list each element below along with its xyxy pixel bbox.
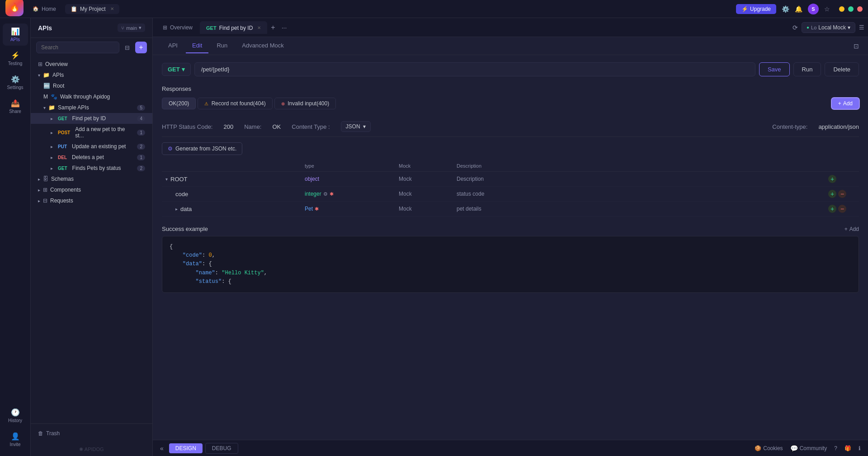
collapse-panel-button[interactable]: « — [160, 445, 164, 452]
content-type-selector[interactable]: JSON ▾ — [341, 121, 371, 132]
add-code-field-button[interactable]: + — [828, 190, 836, 198]
add-root-field-button[interactable]: + — [828, 175, 836, 183]
field-data-name: ▸ data — [165, 206, 301, 212]
data-chevron-icon[interactable]: ▸ — [175, 207, 178, 212]
delete-button[interactable]: Delete — [825, 62, 859, 76]
design-mode-button[interactable]: DESIGN — [169, 443, 203, 453]
sidebar-item-share[interactable]: 📤 Share — [3, 95, 28, 118]
resp-tab-404[interactable]: ⚠ Record not found(404) — [198, 98, 272, 109]
sidebar-item-invite[interactable]: 👤 Invite — [3, 428, 28, 451]
tree-endpoint-2[interactable]: ▸ PUT Update an existing pet 2 — [31, 141, 152, 152]
user-avatar[interactable]: S — [808, 4, 819, 14]
sidebar-item-apis[interactable]: 📊 APIs — [3, 24, 28, 46]
add-response-button[interactable]: + Add — [832, 98, 859, 109]
filter-button[interactable]: ⊟ — [122, 42, 132, 53]
sidebar-item-settings[interactable]: ⚙️ Settings — [3, 71, 28, 94]
tab-edit[interactable]: Edit — [186, 38, 208, 53]
local-text: Lo — [811, 25, 816, 30]
info-link[interactable]: ℹ — [859, 445, 861, 451]
tab-overview[interactable]: ⊞ Overview — [156, 22, 199, 33]
menu-icon[interactable]: ☰ — [859, 24, 864, 31]
tree-endpoint-1[interactable]: ▸ POST Add a new pet to the st... 1 — [31, 124, 152, 141]
bottom-left: « DESIGN DEBUG — [160, 443, 238, 454]
add-example-button[interactable]: + Add — [844, 226, 859, 232]
resp-tab-400[interactable]: ⊗ Invalid input(400) — [274, 98, 336, 109]
http-status-code-label: HTTP Status Code: — [162, 123, 212, 130]
tree-schemas[interactable]: ▸ 🗄 Schemas — [31, 174, 152, 184]
tab-advanced-mock[interactable]: Advanced Mock — [236, 38, 290, 53]
more-tabs-button[interactable]: ··· — [279, 24, 290, 31]
sidebar-item-testing[interactable]: ⚡ Testing — [3, 47, 28, 70]
code-required-star: ✱ — [330, 191, 334, 197]
add-data-field-button[interactable]: + — [828, 205, 836, 213]
tab-find-pet[interactable]: GET Find pet by ID ✕ — [200, 21, 267, 34]
root-type: object — [305, 176, 395, 182]
minimize-button[interactable]: — — [839, 6, 844, 12]
tree-apis[interactable]: ▾ 📁 APIs — [31, 70, 152, 80]
sync-icon[interactable]: ⟳ — [793, 24, 798, 31]
name-label: Name: — [244, 123, 261, 130]
success-title: Success example — [162, 226, 208, 232]
branch-selector[interactable]: ⑂ main ▾ — [118, 24, 145, 32]
bottom-bar: « DESIGN DEBUG 🍪 Cookies 💬 Community — [153, 440, 868, 456]
upgrade-label: Upgrade — [750, 6, 771, 12]
notification-link[interactable]: 🎁 — [844, 445, 851, 451]
tree-endpoint-4[interactable]: ▸ GET Finds Pets by status 2 — [31, 163, 152, 174]
layout-toggle-icon[interactable]: ⊡ — [854, 42, 859, 50]
close-button[interactable]: ✕ — [857, 6, 863, 12]
search-input[interactable] — [36, 42, 119, 53]
add-api-button[interactable]: + — [135, 42, 147, 53]
code-type: integer — [305, 191, 321, 197]
trash-item[interactable]: 🗑 Trash — [38, 428, 145, 439]
code-settings-icon[interactable]: ⚙ — [323, 191, 328, 197]
home-tab[interactable]: 🏠 Home — [27, 4, 61, 14]
method-selector[interactable]: GET ▾ — [162, 63, 191, 76]
tree-components[interactable]: ▸ ⊞ Components — [31, 184, 152, 195]
tree-sample-apis[interactable]: ▾ 📁 Sample APIs 5 — [31, 102, 152, 113]
field-root-name: ▾ ROOT — [165, 176, 301, 183]
maximize-button[interactable]: □ — [848, 6, 854, 12]
tree-walkthrough[interactable]: M 🐾 Walk through Apidog — [31, 91, 152, 102]
tree-endpoint-0[interactable]: ▸ GET Find pet by ID 4 — [31, 113, 152, 124]
add-tab-button[interactable]: + — [268, 24, 278, 32]
tree-overview[interactable]: ⊞ Overview — [31, 59, 152, 70]
generate-button[interactable]: ⚙ Generate from JSON etc. — [162, 142, 242, 155]
upgrade-icon: ⚡ — [741, 6, 748, 12]
project-tab[interactable]: 📋 My Project ✕ — [65, 4, 119, 14]
save-button[interactable]: Save — [759, 62, 790, 76]
schema-col-mock: Mock — [399, 163, 453, 169]
url-input[interactable]: /pet/{petId} — [194, 62, 755, 76]
run-button[interactable]: Run — [793, 62, 821, 76]
cookies-link[interactable]: 🍪 Cookies — [755, 445, 783, 451]
settings-icon[interactable]: ⚙️ — [782, 5, 789, 13]
run-label: Run — [802, 66, 813, 73]
data-mock: Mock — [399, 206, 453, 212]
apidog-brand: ✺ APIDOG — [79, 447, 104, 452]
tab-run[interactable]: Run — [210, 38, 234, 53]
content-tab-right: ⊡ — [854, 42, 859, 50]
remove-data-field-button[interactable]: − — [838, 205, 846, 213]
notification-icon[interactable]: 🔔 — [795, 5, 802, 13]
apis-icon: 📊 — [11, 27, 20, 36]
local-mock-button[interactable]: ● Lo Local Mock ▾ — [802, 22, 855, 33]
upgrade-button[interactable]: ⚡ Upgrade — [736, 4, 776, 14]
community-link[interactable]: 💬 Community — [790, 445, 827, 452]
apidog-logo-footer: ✺ APIDOG — [38, 447, 145, 452]
endpoint-name-1: Add a new pet to the st... — [75, 126, 134, 139]
root-chevron-icon[interactable]: ▾ — [165, 177, 168, 182]
tab-api[interactable]: API — [162, 38, 184, 53]
close-tab-icon[interactable]: ✕ — [110, 6, 114, 11]
apis-label: APIs — [10, 37, 20, 42]
edit-tab-label: Edit — [192, 42, 202, 49]
close-tab-endpoint-icon[interactable]: ✕ — [257, 25, 261, 30]
remove-code-field-button[interactable]: − — [838, 190, 846, 198]
warn-icon: ⚠ — [204, 101, 208, 106]
resp-tab-200[interactable]: OK(200) — [162, 98, 196, 109]
tree-endpoint-3[interactable]: ▸ DEL Deletes a pet 1 — [31, 152, 152, 163]
tree-root[interactable]: 🔤 Root — [31, 80, 152, 91]
debug-mode-button[interactable]: DEBUG — [205, 443, 238, 454]
sidebar-item-history[interactable]: 🕐 History — [3, 404, 28, 427]
help-link[interactable]: ? — [834, 445, 837, 451]
bookmark-icon[interactable]: ☆ — [824, 5, 830, 13]
tree-requests[interactable]: ▸ ⊟ Requests — [31, 195, 152, 206]
